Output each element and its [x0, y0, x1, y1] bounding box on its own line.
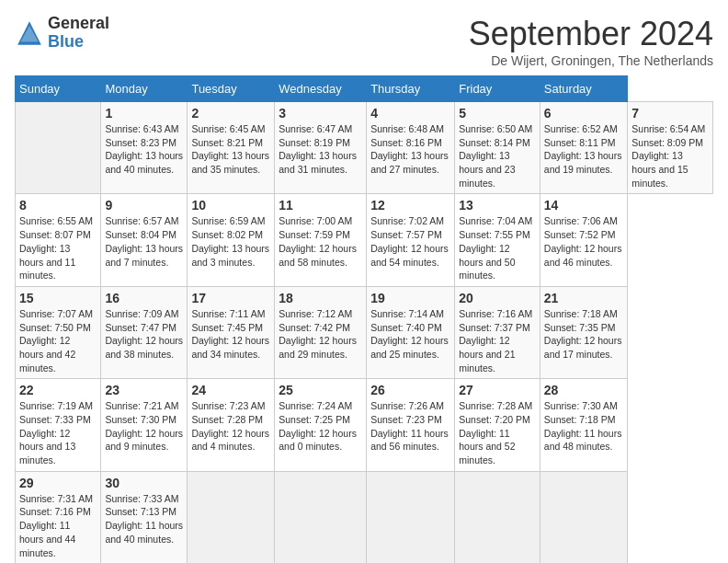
empty-cell: [367, 471, 455, 563]
day-info: Sunrise: 6:43 AM Sunset: 8:23 PM Dayligh…: [105, 122, 183, 177]
day-cell-23: 23 Sunrise: 7:21 AM Sunset: 7:30 PM Dayl…: [101, 379, 188, 471]
week-row-2: 8 Sunrise: 6:55 AM Sunset: 8:07 PM Dayli…: [16, 194, 713, 286]
day-info: Sunrise: 7:06 AM Sunset: 7:52 PM Dayligh…: [544, 214, 624, 269]
day-cell-24: 24 Sunrise: 7:23 AM Sunset: 7:28 PM Dayl…: [188, 379, 275, 471]
calendar-table: Sunday Monday Tuesday Wednesday Thursday…: [15, 75, 713, 563]
day-cell-30: 30 Sunrise: 7:33 AM Sunset: 7:13 PM Dayl…: [101, 471, 188, 563]
col-wednesday: Wednesday: [275, 76, 367, 102]
page-header: General Blue September 2024 De Wijert, G…: [15, 15, 713, 68]
day-info: Sunrise: 7:00 AM Sunset: 7:59 PM Dayligh…: [279, 214, 362, 269]
day-number: 26: [370, 383, 450, 397]
day-cell-8: 8 Sunrise: 6:55 AM Sunset: 8:07 PM Dayli…: [16, 194, 101, 286]
day-number: 6: [544, 106, 624, 121]
day-number: 24: [191, 383, 270, 397]
day-info: Sunrise: 6:57 AM Sunset: 8:04 PM Dayligh…: [105, 214, 183, 269]
day-number: 1: [105, 106, 183, 121]
day-cell-2: 2 Sunrise: 6:45 AM Sunset: 8:21 PM Dayli…: [188, 102, 275, 194]
day-cell-5: 5 Sunrise: 6:50 AM Sunset: 8:14 PM Dayli…: [455, 102, 540, 194]
day-info: Sunrise: 7:11 AM Sunset: 7:45 PM Dayligh…: [191, 307, 270, 362]
day-info: Sunrise: 7:28 AM Sunset: 7:20 PM Dayligh…: [459, 399, 536, 466]
logo-blue-text: Blue: [48, 33, 109, 52]
day-number: 20: [459, 291, 536, 305]
day-cell-25: 25 Sunrise: 7:24 AM Sunset: 7:25 PM Dayl…: [275, 379, 367, 471]
day-info: Sunrise: 7:31 AM Sunset: 7:16 PM Dayligh…: [19, 492, 97, 559]
day-number: 21: [544, 291, 624, 305]
day-info: Sunrise: 7:33 AM Sunset: 7:13 PM Dayligh…: [105, 492, 183, 546]
week-row-1: 1 Sunrise: 6:43 AM Sunset: 8:23 PM Dayli…: [16, 102, 713, 194]
day-number: 8: [19, 198, 97, 213]
col-saturday: Saturday: [540, 76, 628, 102]
day-info: Sunrise: 7:21 AM Sunset: 7:30 PM Dayligh…: [105, 399, 183, 454]
col-thursday: Thursday: [367, 76, 455, 102]
day-number: 27: [459, 383, 536, 397]
day-cell-27: 27 Sunrise: 7:28 AM Sunset: 7:20 PM Dayl…: [455, 379, 540, 471]
day-cell-9: 9 Sunrise: 6:57 AM Sunset: 8:04 PM Dayli…: [101, 194, 188, 286]
day-cell-14: 14 Sunrise: 7:06 AM Sunset: 7:52 PM Dayl…: [540, 194, 628, 286]
day-info: Sunrise: 7:24 AM Sunset: 7:25 PM Dayligh…: [279, 399, 362, 454]
day-cell-19: 19 Sunrise: 7:14 AM Sunset: 7:40 PM Dayl…: [367, 286, 455, 378]
day-number: 14: [544, 198, 624, 213]
day-info: Sunrise: 6:59 AM Sunset: 8:02 PM Dayligh…: [191, 214, 270, 269]
day-cell-17: 17 Sunrise: 7:11 AM Sunset: 7:45 PM Dayl…: [188, 286, 275, 378]
day-info: Sunrise: 7:09 AM Sunset: 7:47 PM Dayligh…: [105, 307, 183, 362]
day-number: 5: [459, 106, 536, 121]
empty-cell: [16, 102, 101, 194]
empty-cell: [455, 471, 540, 563]
day-number: 18: [279, 291, 362, 305]
day-info: Sunrise: 7:14 AM Sunset: 7:40 PM Dayligh…: [370, 307, 450, 362]
day-cell-28: 28 Sunrise: 7:30 AM Sunset: 7:18 PM Dayl…: [540, 379, 628, 471]
col-friday: Friday: [455, 76, 540, 102]
day-info: Sunrise: 6:48 AM Sunset: 8:16 PM Dayligh…: [370, 122, 450, 177]
day-number: 2: [191, 106, 270, 121]
day-number: 30: [105, 476, 183, 490]
day-info: Sunrise: 7:16 AM Sunset: 7:37 PM Dayligh…: [459, 307, 536, 374]
day-cell-3: 3 Sunrise: 6:47 AM Sunset: 8:19 PM Dayli…: [275, 102, 367, 194]
day-cell-11: 11 Sunrise: 7:00 AM Sunset: 7:59 PM Dayl…: [275, 194, 367, 286]
day-info: Sunrise: 7:19 AM Sunset: 7:33 PM Dayligh…: [19, 399, 97, 466]
col-monday: Monday: [101, 76, 188, 102]
day-cell-29: 29 Sunrise: 7:31 AM Sunset: 7:16 PM Dayl…: [16, 471, 101, 563]
empty-cell: [540, 471, 628, 563]
day-cell-15: 15 Sunrise: 7:07 AM Sunset: 7:50 PM Dayl…: [16, 286, 101, 378]
day-number: 15: [19, 291, 97, 305]
week-row-5: 29 Sunrise: 7:31 AM Sunset: 7:16 PM Dayl…: [16, 471, 713, 563]
day-number: 22: [19, 383, 97, 397]
day-number: 16: [105, 291, 183, 305]
month-title: September 2024: [469, 15, 713, 53]
col-sunday: Sunday: [16, 76, 101, 102]
day-number: 13: [459, 198, 536, 213]
day-info: Sunrise: 7:04 AM Sunset: 7:55 PM Dayligh…: [459, 214, 536, 282]
logo: General Blue: [15, 15, 109, 52]
day-number: 17: [191, 291, 270, 305]
day-info: Sunrise: 6:47 AM Sunset: 8:19 PM Dayligh…: [279, 122, 362, 177]
day-number: 28: [544, 383, 624, 397]
location: De Wijert, Groningen, The Netherlands: [469, 53, 713, 68]
week-row-4: 22 Sunrise: 7:19 AM Sunset: 7:33 PM Dayl…: [16, 379, 713, 471]
day-info: Sunrise: 6:55 AM Sunset: 8:07 PM Dayligh…: [19, 214, 97, 282]
day-cell-6: 6 Sunrise: 6:52 AM Sunset: 8:11 PM Dayli…: [540, 102, 628, 194]
title-block: September 2024 De Wijert, Groningen, The…: [469, 15, 713, 68]
empty-cell: [188, 471, 275, 563]
day-info: Sunrise: 7:18 AM Sunset: 7:35 PM Dayligh…: [544, 307, 624, 362]
day-info: Sunrise: 7:02 AM Sunset: 7:57 PM Dayligh…: [370, 214, 450, 269]
day-info: Sunrise: 6:54 AM Sunset: 8:09 PM Dayligh…: [631, 122, 709, 190]
day-number: 7: [631, 106, 709, 121]
day-cell-20: 20 Sunrise: 7:16 AM Sunset: 7:37 PM Dayl…: [455, 286, 540, 378]
week-row-3: 15 Sunrise: 7:07 AM Sunset: 7:50 PM Dayl…: [16, 286, 713, 378]
day-info: Sunrise: 7:30 AM Sunset: 7:18 PM Dayligh…: [544, 399, 624, 454]
day-cell-26: 26 Sunrise: 7:26 AM Sunset: 7:23 PM Dayl…: [367, 379, 455, 471]
logo-general-text: General: [48, 15, 109, 33]
day-cell-12: 12 Sunrise: 7:02 AM Sunset: 7:57 PM Dayl…: [367, 194, 455, 286]
day-info: Sunrise: 6:50 AM Sunset: 8:14 PM Dayligh…: [459, 122, 536, 190]
day-info: Sunrise: 7:23 AM Sunset: 7:28 PM Dayligh…: [191, 399, 270, 454]
day-number: 10: [191, 198, 270, 213]
day-info: Sunrise: 6:45 AM Sunset: 8:21 PM Dayligh…: [191, 122, 270, 177]
day-number: 11: [279, 198, 362, 213]
day-info: Sunrise: 7:12 AM Sunset: 7:42 PM Dayligh…: [279, 307, 362, 362]
day-info: Sunrise: 7:07 AM Sunset: 7:50 PM Dayligh…: [19, 307, 97, 374]
empty-cell: [275, 471, 367, 563]
day-cell-13: 13 Sunrise: 7:04 AM Sunset: 7:55 PM Dayl…: [455, 194, 540, 286]
day-number: 19: [370, 291, 450, 305]
day-number: 3: [279, 106, 362, 121]
day-number: 9: [105, 198, 183, 213]
